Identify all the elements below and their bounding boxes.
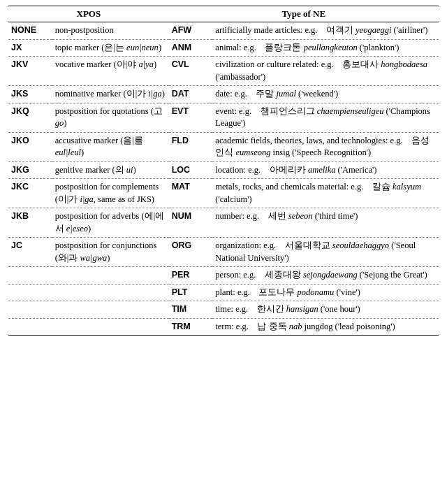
xpos-description [52,267,169,285]
ne-code: PLT [169,284,213,301]
xpos-label: JKV [8,57,52,86]
xpos-description: accusative marker (을|를 eul|leul) [52,132,169,161]
ne-description: number: e.g. 세번 sebeon ('third time') [212,208,439,238]
ne-description: organization: e.g. 서울대학교 seouldaehaggyo … [212,238,439,267]
ne-code: TIM [169,301,213,319]
xpos-description [52,284,169,301]
ne-description: academic fields, theories, laws, and tec… [212,132,439,161]
table-row: JKSnominative marker (이|가 i|ga)DATdate: … [8,86,439,103]
ne-description: artificially made articles: e.g. 여객기 yeo… [212,22,439,40]
xpos-label: JC [8,238,52,267]
xpos-description [52,318,169,336]
ne-description: term: e.g. 납 중독 nab jungdog ('lead poiso… [212,318,439,336]
ne-description: plant: e.g. 포도나무 podonamu ('vine') [212,284,439,301]
ne-code: EVT [169,103,213,132]
table-row: PERperson: e.g. 세종대왕 sejongdaewang ('Sej… [8,267,439,285]
ne-description: metals, rocks, and chemicals material: e… [212,179,439,208]
xpos-label [8,318,52,336]
xpos-label [8,284,52,301]
ne-code: PER [169,267,213,285]
xpos-description: topic marker (은|는 eun|neun) [52,39,169,57]
ne-code: NUM [169,208,213,238]
table-row: JCpostposition for conjunctions (와|과 wa|… [8,238,439,267]
ne-code: FLD [169,132,213,161]
table-row: TIMtime: e.g. 한시간 hansigan ('one hour') [8,301,439,319]
xpos-description: postposition for complements (이|가 i|ga, … [52,179,169,208]
xpos-description: genitive marker (의 ui) [52,161,169,179]
table-row: JKGgenitive marker (의 ui)LOClocation: e.… [8,161,439,179]
xpos-description: postposition for adverbs (에|에서 e|eseo) [52,208,169,238]
ne-code: ORG [169,238,213,267]
table-row: TRMterm: e.g. 납 중독 nab jungdog ('lead po… [8,318,439,336]
ne-description: civilization or culture related: e.g. 홍보… [212,57,439,86]
ne-code: MAT [169,179,213,208]
xpos-label: JKS [8,86,52,103]
table-row: NONEnon-postpositionAFWartificially made… [8,22,439,40]
table-row: JKOaccusative marker (을|를 eul|leul)FLDac… [8,132,439,161]
xpos-description: postposition for quotations (고 go) [52,103,169,132]
xpos-description: vocative marker (아|야 a|ya) [52,57,169,86]
xpos-description: non-postposition [52,22,169,40]
xpos-label: JX [8,39,52,57]
ne-code: DAT [169,86,213,103]
xpos-label: JKO [8,132,52,161]
table-row: PLTplant: e.g. 포도나무 podonamu ('vine') [8,284,439,301]
table-row: JKVvocative marker (아|야 a|ya)CVLciviliza… [8,57,439,86]
ne-description: event: e.g. 챔피언스리그 chaempienseuligeu ('C… [212,103,439,132]
ne-description: person: e.g. 세종대왕 sejongdaewang ('Sejong… [212,267,439,285]
table-row: JKCpostposition for complements (이|가 i|g… [8,179,439,208]
ne-description: time: e.g. 한시간 hansigan ('one hour') [212,301,439,319]
xpos-label [8,301,52,319]
xpos-description [52,301,169,319]
xpos-label: JKB [8,208,52,238]
table-row: JKBpostposition for adverbs (에|에서 e|eseo… [8,208,439,238]
xpos-label [8,267,52,285]
ne-code: TRM [169,318,213,336]
ne-description: animal: e.g. 플랑크톤 peullangkeuton ('plank… [212,39,439,57]
ne-code: CVL [169,57,213,86]
ne-code: AFW [169,22,213,40]
table-row: JKQpostposition for quotations (고 go)EVT… [8,103,439,132]
xpos-description: nominative marker (이|가 i|ga) [52,86,169,103]
xpos-header: XPOS [8,6,169,22]
xpos-label: JKQ [8,103,52,132]
table-row: JXtopic marker (은|는 eun|neun)ANManimal: … [8,39,439,57]
ne-code: LOC [169,161,213,179]
xpos-label: JKC [8,179,52,208]
ne-type-header: Type of NE [169,6,439,22]
xpos-label: JKG [8,161,52,179]
ne-description: location: e.g. 아메리카 amelika ('America') [212,161,439,179]
xpos-description: postposition for conjunctions (와|과 wa|gw… [52,238,169,267]
xpos-label: NONE [8,22,52,40]
ne-code: ANM [169,39,213,57]
ne-description: date: e.g. 주말 jumal ('weekend') [212,86,439,103]
